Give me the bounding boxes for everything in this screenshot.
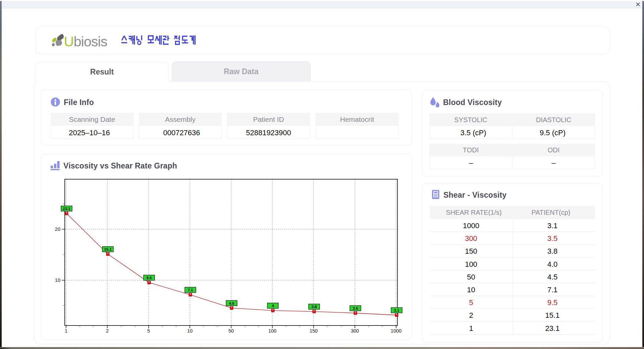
svg-text:10: 10 — [187, 328, 193, 334]
svg-text:50: 50 — [228, 328, 234, 334]
svg-text:3.5: 3.5 — [353, 306, 359, 310]
svg-text:3.8: 3.8 — [312, 305, 317, 309]
svg-text:100: 100 — [268, 328, 276, 334]
svg-text:5: 5 — [147, 328, 150, 334]
svg-text:1: 1 — [65, 328, 67, 334]
svg-text:15.1: 15.1 — [104, 247, 112, 251]
svg-text:23.1: 23.1 — [63, 207, 70, 211]
svg-text:20: 20 — [55, 227, 60, 232]
svg-text:150: 150 — [310, 328, 318, 334]
svg-text:4: 4 — [272, 304, 274, 308]
svg-text:1000: 1000 — [391, 328, 401, 334]
svg-text:3.1: 3.1 — [394, 308, 400, 312]
svg-text:4.5: 4.5 — [229, 301, 235, 305]
svg-text:10: 10 — [55, 278, 60, 283]
svg-text:2: 2 — [106, 328, 109, 334]
svg-text:300: 300 — [351, 328, 359, 334]
svg-text:Ubiosis: Ubiosis — [64, 34, 107, 49]
svg-text:7.1: 7.1 — [188, 288, 194, 292]
svg-text:9.5: 9.5 — [147, 276, 152, 280]
